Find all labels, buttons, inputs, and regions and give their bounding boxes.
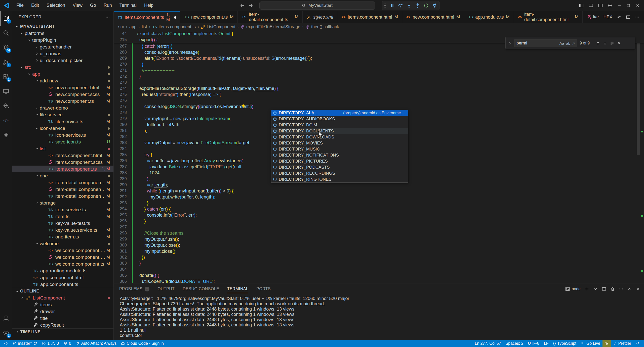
status-eol[interactable]: LF (542, 340, 551, 347)
previous-match-icon[interactable] (596, 41, 600, 45)
tree-item[interactable]: <>new.component.htmlM (12, 84, 113, 91)
suggestion-item[interactable]: DIRECTORY_MUSIC (271, 146, 408, 152)
tree-item[interactable]: gesturehandler (12, 43, 113, 50)
code-editor[interactable]: 267 } catch (error) {268 console.log(err… (114, 31, 644, 283)
panel-tab-problems[interactable]: PROBLEMS1 (119, 283, 149, 294)
suggestion-item[interactable]: DIRECTORY_DOWNLOADS (271, 134, 408, 140)
explorer-more-actions[interactable] (105, 15, 110, 19)
status-ports[interactable]: 0 (61, 340, 73, 347)
window-minimize-icon[interactable] (617, 4, 621, 8)
split-editor[interactable] (626, 15, 630, 19)
tree-item[interactable]: TSapp.component.ts (12, 281, 113, 288)
tree-item[interactable]: TSkey-value.service.tsM (12, 227, 113, 233)
status-language-mode[interactable]: {}TypeScript (551, 340, 579, 347)
status-indentation[interactable]: Spaces: 2 (503, 340, 526, 347)
breadcrumb-item[interactable]: ListComponent (201, 24, 235, 29)
panel-chevup-icon[interactable] (627, 287, 632, 291)
suggestion-item[interactable]: DIRECTORY_PICTURES (271, 158, 408, 164)
tree-item[interactable]: TSkey-value-test.ts (12, 220, 113, 227)
open-changes[interactable] (617, 15, 621, 19)
panel-tab-terminal[interactable]: TERMINAL (227, 283, 248, 294)
panel-split-icon[interactable] (602, 287, 606, 291)
debug-restart-icon[interactable] (424, 3, 429, 8)
activity-gemini[interactable] (0, 128, 12, 142)
breadcrumb-item[interactable]: list (142, 24, 147, 29)
menu-edit[interactable]: Edit (28, 2, 42, 9)
go-back-icon[interactable] (240, 3, 245, 8)
activity-cloud-code[interactable] (0, 98, 12, 113)
tree-item[interactable]: item-detail.component.scssM (12, 186, 113, 193)
tree-item[interactable]: TSfile-service.tsM (12, 118, 113, 125)
tree-item[interactable]: TSapp-routing.module.ts (12, 267, 113, 274)
window-maximize-icon[interactable] (626, 4, 630, 8)
menu-view[interactable]: View (69, 2, 86, 9)
tree-item[interactable]: ui_canvas (12, 50, 113, 57)
suggestion-item[interactable]: DIRECTORY_DOCUMENTS (271, 128, 408, 134)
menu-go[interactable]: Go (87, 2, 99, 9)
tree-item[interactable]: TSwelcome.component.tsM (12, 261, 113, 267)
tree-item[interactable]: TSitems.component.ts1, M (12, 166, 113, 172)
panel-plus-icon[interactable] (585, 287, 589, 291)
tree-item[interactable]: drawer-demo (12, 105, 113, 111)
lightbulb-icon[interactable] (241, 104, 246, 110)
tab-app.module.ts[interactable]: TSapp.module.tsM (464, 11, 514, 23)
tab-items.component.html[interactable]: <>items.component.htmlM (337, 11, 402, 23)
iter-action[interactable]: iter (587, 15, 599, 20)
panel-chevdown-icon[interactable] (593, 287, 598, 291)
debug-pause-icon[interactable] (390, 3, 394, 8)
terminal-output[interactable]: ActivityManager: 1.7% 4679/org.nativescr… (114, 294, 644, 340)
tree-item[interactable]: one (12, 172, 113, 179)
outline-item[interactable]: items (12, 301, 113, 308)
status-encoding[interactable]: UTF-8 (526, 340, 542, 347)
tree-item[interactable]: storage (12, 200, 113, 206)
tree-item[interactable]: TSsave-icon.tsU (12, 138, 113, 145)
go-forward-icon[interactable] (248, 3, 253, 8)
tree-item[interactable]: items.component.scssM (12, 159, 113, 166)
tree-item[interactable]: file-service (12, 111, 113, 118)
activity-extensions[interactable]: 1 (0, 69, 12, 84)
status-notifications[interactable] (633, 340, 642, 347)
window-close-icon[interactable] (635, 3, 640, 8)
tab-item-detail.component.ts[interactable]: TSitem-detail.component.tsM (238, 11, 303, 23)
section-timeline[interactable]: TIMELINE (12, 328, 113, 335)
outline-item[interactable]: drawer (12, 308, 113, 315)
layout-sidebar-right-icon[interactable] (598, 3, 603, 8)
menu-selection[interactable]: Selection (43, 2, 68, 9)
panel-tab-output[interactable]: OUTPUT (157, 283, 175, 294)
breadcrumb-item[interactable]: app (129, 24, 136, 29)
debug-plug-icon[interactable] (432, 3, 437, 8)
layout-sidebar-icon[interactable] (579, 3, 584, 8)
panel-tab-ports[interactable]: PORTS (256, 283, 271, 294)
drag-handle-icon[interactable] (384, 3, 386, 8)
section-workspace[interactable]: MYVAULTSTART (12, 23, 113, 30)
editor-scrollbar[interactable] (637, 31, 640, 155)
tree-item[interactable]: platforms (12, 30, 113, 37)
status-go-live[interactable]: Go Live (579, 340, 602, 347)
debug-stepout-icon[interactable] (415, 3, 420, 8)
toggle-replace-icon[interactable] (508, 41, 512, 45)
activity-search[interactable] (0, 26, 12, 40)
more-actions[interactable] (635, 15, 639, 19)
activity-accounts[interactable] (0, 311, 12, 325)
tree-item[interactable]: new.component.scssM (12, 91, 113, 98)
tab-styles.xml[interactable]: styles.xml (303, 11, 337, 23)
tree-item[interactable]: <>items.component.htmlM (12, 152, 113, 159)
suggestion-item[interactable]: DIRECTORY_DCIM (271, 122, 408, 128)
status-auto-attach[interactable]: Auto Attach: Always (73, 340, 119, 347)
panel-tab-debug-console[interactable]: DEBUG CONSOLE (183, 283, 219, 294)
activity-source-control[interactable]: 46 (0, 40, 12, 55)
tree-item[interactable]: TSitem.tsM (12, 213, 113, 220)
activity-snippets[interactable]: </> (0, 113, 12, 128)
tree-item[interactable]: welcome (12, 240, 113, 247)
tree-item[interactable]: add-new (12, 77, 113, 84)
layout-grid-icon[interactable] (608, 3, 612, 8)
tree-item[interactable]: welcome.component.scssM (12, 254, 113, 261)
dirty-indicator[interactable] (174, 16, 176, 19)
suggestion-item[interactable]: DIRECTORY_NOTIFICATIONS (271, 152, 408, 158)
tree-item[interactable]: ui_document_picker (12, 57, 113, 64)
activity-device-preview[interactable] (0, 84, 12, 98)
hex-action[interactable]: HEX (603, 15, 612, 20)
breadcrumb-item[interactable]: TSitems.component.ts (152, 24, 196, 29)
shell-selector[interactable]: node (565, 287, 581, 291)
outline-item[interactable]: ListComponent (12, 294, 113, 301)
